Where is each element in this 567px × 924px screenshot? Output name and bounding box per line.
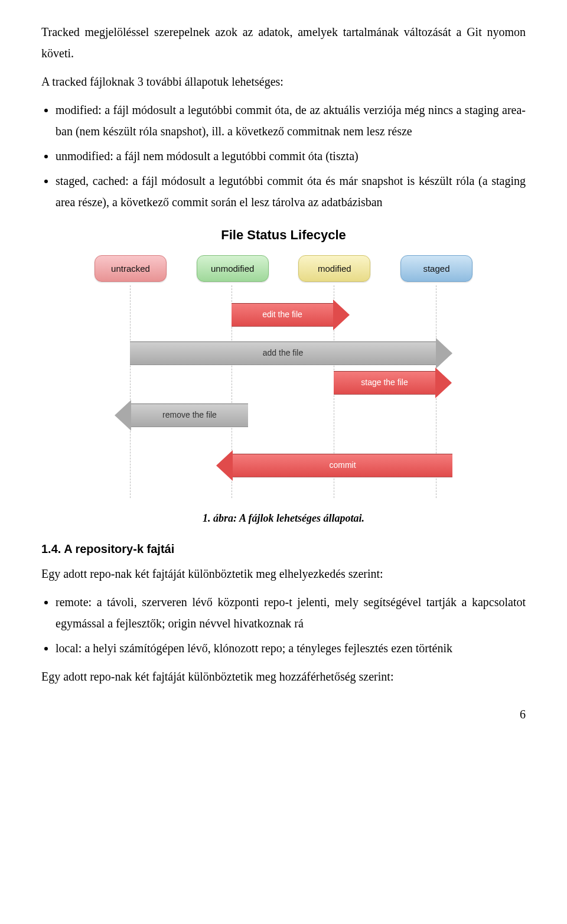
arrow-remove-file: remove the file (115, 404, 248, 427)
track-line (130, 285, 131, 498)
arrow-label: add the file (130, 341, 436, 365)
arrow-stage-file: stage the file (334, 371, 452, 395)
file-status-lifecycle-diagram: File Status Lifecycle untracked unmodifi… (94, 223, 472, 498)
page-number: 6 (41, 704, 526, 725)
arrow-head-right-icon (333, 300, 350, 330)
tracked-states-list: modified: a fájl módosult a legutóbbi co… (56, 99, 526, 213)
list-item: staged, cached: a fájl módosult a legutó… (56, 170, 526, 213)
arrow-head-right-icon (436, 338, 452, 369)
paragraph-repo-access: Egy adott repo-nak két fajtáját különböz… (41, 666, 526, 687)
arrow-label: commit (233, 454, 452, 477)
arrow-label: edit the file (232, 303, 333, 327)
arrow-add-file: add the file (130, 341, 452, 365)
arrow-head-left-icon (216, 450, 233, 481)
repo-types-list: remote: a távoli, szerveren lévő központ… (56, 591, 526, 659)
state-unmodified: unmodified (197, 255, 269, 282)
arrow-head-left-icon (115, 400, 131, 431)
arrow-edit-file: edit the file (232, 303, 350, 327)
list-item: modified: a fájl módosult a legutóbbi co… (56, 99, 526, 142)
arrow-label: stage the file (334, 371, 435, 395)
list-item: remote: a távoli, szerveren lévő központ… (56, 591, 526, 634)
arrow-commit: commit (216, 454, 452, 477)
paragraph-intro2: A tracked fájloknak 3 további állapotuk … (41, 71, 526, 92)
paragraph-repo-intro: Egy adott repo-nak két fajtáját különböz… (41, 563, 526, 584)
list-item: local: a helyi számítógépen lévő, klónoz… (56, 637, 526, 659)
state-modified: modified (298, 255, 370, 282)
list-item: unmodified: a fájl nem módosult a legutó… (56, 145, 526, 167)
heading-1-4: 1.4. A repository-k fajtái (41, 538, 526, 559)
paragraph-intro1: Tracked megjelöléssel szerepelnek azok a… (41, 21, 526, 64)
state-untracked: untracked (94, 255, 167, 282)
state-staged: staged (400, 255, 472, 282)
arrow-label: remove the file (131, 404, 248, 427)
diagram-title: File Status Lifecycle (94, 223, 472, 247)
figure-caption: 1. ábra: A fájlok lehetséges állapotai. (41, 509, 526, 528)
arrow-head-right-icon (435, 367, 452, 398)
